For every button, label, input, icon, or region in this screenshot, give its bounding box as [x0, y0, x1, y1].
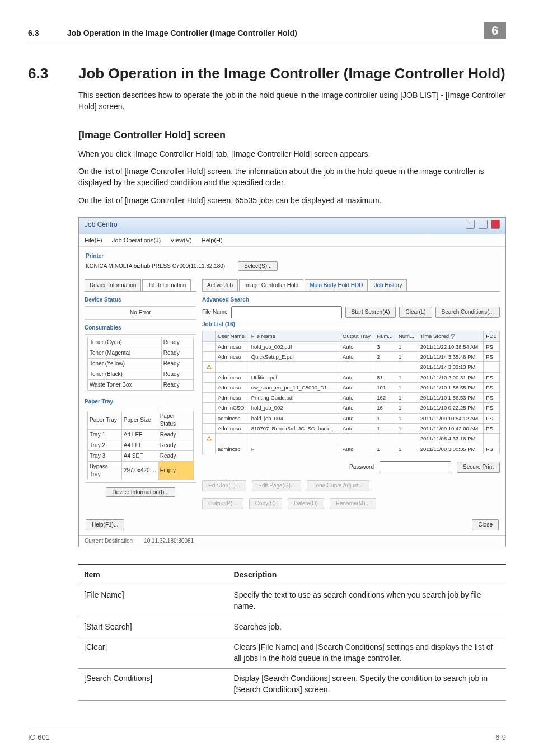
tray-name: Bypass Tray: [88, 462, 122, 480]
col-user[interactable]: User Name: [216, 331, 249, 341]
col-output[interactable]: Output Tray: [340, 331, 374, 341]
search-conditions-button[interactable]: Search Conditions(...: [435, 307, 500, 318]
desc-text: Specify the text to use as search condit…: [228, 585, 506, 617]
tone-curve-button[interactable]: Tone Curve Adjust...: [307, 480, 369, 491]
warning-icon: ⚠: [205, 363, 213, 370]
consumables-label: Consumables: [85, 324, 196, 332]
job-row[interactable]: ⚠2011/11/08 4:33:18 PM: [203, 434, 500, 444]
device-status-label: Device Status: [85, 296, 196, 304]
start-search-button[interactable]: Start Search(A): [345, 307, 396, 318]
tray-head-2: Paper Size: [121, 411, 158, 430]
file-name-input[interactable]: [231, 306, 342, 318]
rename-button[interactable]: Rename(M)...: [330, 498, 376, 509]
col-file[interactable]: File Name: [249, 331, 340, 341]
toner-name: Waste Toner Box: [88, 380, 162, 391]
warning-icon: ⚠: [205, 435, 213, 442]
intro-text: This section describes how to operate th…: [78, 90, 506, 112]
help-button[interactable]: Help(F1)...: [86, 519, 124, 530]
tab-main-body-hold[interactable]: Main Body Hold,HDD: [305, 279, 368, 291]
paper-tray-table: Paper TrayPaper SizePaper StatusTray 1A4…: [87, 411, 194, 480]
tray-status: Ready: [158, 430, 193, 440]
copy-button[interactable]: Copy(C): [249, 498, 282, 509]
delete-button[interactable]: Delete(D): [288, 498, 324, 509]
tray-size: A4 LEF: [121, 430, 158, 440]
clear-button[interactable]: Clear(L): [399, 307, 432, 318]
paper-tray-label: Paper Tray: [85, 398, 196, 406]
toner-status: Ready: [161, 359, 193, 369]
description-table: Item Description [File Name]Specify the …: [78, 564, 506, 701]
device-status-value: No Error: [85, 306, 196, 320]
job-row[interactable]: Admincso810707_Renoir3rd_JC_SC_back...Au…: [203, 424, 500, 434]
tray-name: Tray 2: [88, 440, 122, 451]
job-list-table[interactable]: User Name File Name Output Tray Num... N…: [202, 331, 500, 454]
tab-device-information[interactable]: Device Information: [85, 279, 141, 291]
select-printer-button[interactable]: Select(S)...: [238, 261, 278, 271]
desc-col-description: Description: [228, 565, 506, 585]
close-icon[interactable]: [491, 220, 500, 229]
h2-title: [Image Controller Hold] screen: [78, 128, 506, 142]
printer-label: Printer: [86, 252, 499, 260]
toner-status: Ready: [161, 348, 193, 359]
close-button[interactable]: Close: [472, 519, 499, 530]
maximize-icon[interactable]: [479, 220, 488, 229]
tab-active-job[interactable]: Active Job: [202, 279, 238, 291]
desc-item: [Clear]: [78, 637, 228, 669]
header-section-title: Job Operation in the Image Controller (I…: [67, 28, 484, 39]
job-row[interactable]: admincsoFAuto112011/11/08 3:00:35 PMPS: [203, 444, 500, 454]
password-input[interactable]: [380, 461, 451, 473]
toner-status: Ready: [161, 337, 193, 348]
tray-size: 297.0x420....: [121, 462, 158, 480]
desc-col-item: Item: [78, 565, 228, 585]
desc-item: [Search Conditions]: [78, 669, 228, 700]
desc-text: Clears [File Name] and [Search Condition…: [228, 637, 506, 669]
job-row[interactable]: AdmincsoUtilities.pdfAuto8112011/11/10 2…: [203, 372, 500, 382]
printer-name: KONICA MINOLTA bizhub PRESS C7000(10.11.…: [86, 263, 225, 269]
desc-text: Display [Search Conditions] screen. Spec…: [228, 669, 506, 700]
job-row[interactable]: Admincsonw_scan_en_pe_11_C8000_D1...Auto…: [203, 382, 500, 392]
job-row[interactable]: AdmincsoQuickSetup_E.pdfAuto212011/11/14…: [203, 351, 500, 361]
tray-size: A4 SEF: [121, 451, 158, 462]
col-num2[interactable]: Num...: [396, 331, 418, 341]
menu-help[interactable]: Help(H): [202, 237, 223, 243]
tab-job-history[interactable]: Job History: [369, 279, 407, 291]
job-list-label: Job List (16): [202, 321, 500, 328]
job-row[interactable]: AdminCSOhold_job_002Auto1612011/11/10 0:…: [203, 403, 500, 413]
minimize-icon[interactable]: [466, 220, 475, 229]
toner-name: Toner (Cyan): [88, 337, 162, 348]
secure-print-button[interactable]: Secure Print: [457, 462, 500, 473]
edit-page-button[interactable]: Edit Page(G)...: [252, 480, 301, 491]
edit-job-button[interactable]: Edit Job(T)...: [202, 480, 246, 491]
tray-head-1: Paper Tray: [88, 411, 122, 430]
col-num1[interactable]: Num...: [374, 331, 396, 341]
menu-jobops[interactable]: Job Operations(J): [112, 237, 161, 243]
desc-item: [File Name]: [78, 585, 228, 617]
tray-status: Empty: [158, 462, 193, 480]
header-section-number: 6.3: [28, 28, 67, 39]
job-row[interactable]: ⚠2011/11/14 3:32:13 PM: [203, 362, 500, 372]
job-row[interactable]: AdmincsoPrinting Guide.pdfAuto16212011/1…: [203, 393, 500, 403]
toner-table: Toner (Cyan)ReadyToner (Magenta)ReadyTon…: [87, 337, 194, 391]
tab-image-controller-hold[interactable]: Image Controller Hold: [239, 279, 303, 291]
desc-text: Searches job.: [228, 617, 506, 637]
advanced-search-label: Advanced Search: [202, 296, 500, 304]
job-row[interactable]: admincsohold_job_004Auto112011/11/09 10:…: [203, 413, 500, 423]
chapter-badge: 6: [484, 22, 506, 39]
col-time[interactable]: Time Stored ▽: [418, 331, 484, 341]
tray-name: Tray 1: [88, 430, 122, 440]
h1-title: Job Operation in the Image Controller (I…: [78, 63, 505, 83]
device-information-button[interactable]: Device Information(I)...: [106, 487, 175, 497]
footer-left: IC-601: [28, 732, 50, 743]
app-menu: File(F) Job Operations(J) View(V) Help(H…: [79, 234, 505, 247]
menu-file[interactable]: File(F): [85, 237, 102, 243]
tray-head-3: Paper Status: [158, 411, 193, 430]
file-name-label: File Name: [202, 308, 228, 316]
output-button[interactable]: Output(P)...: [202, 498, 243, 509]
job-row[interactable]: Admincsohold_job_002.pdfAuto312011/11/22…: [203, 341, 500, 351]
tab-job-information[interactable]: Job Information: [142, 279, 191, 291]
toner-status: Ready: [161, 380, 193, 391]
para-1: When you click [Image Controller Hold] t…: [78, 149, 506, 160]
col-pdl[interactable]: PDL: [484, 331, 500, 341]
tray-name: Tray 3: [88, 451, 122, 462]
toner-name: Toner (Yellow): [88, 359, 162, 369]
menu-view[interactable]: View(V): [170, 237, 191, 243]
